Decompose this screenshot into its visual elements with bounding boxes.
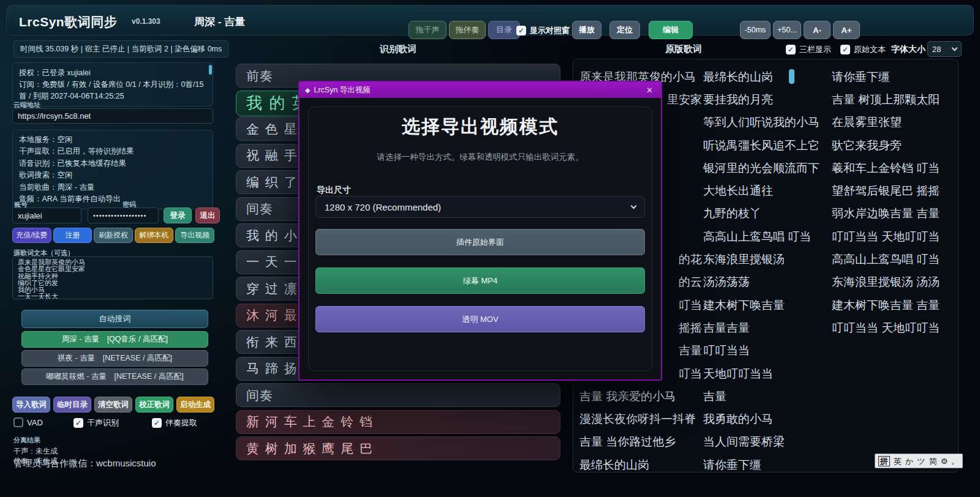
drag-dry-vocal-button[interactable]: 拖干声 bbox=[409, 21, 447, 39]
service-status-line: 音频：ARA 当前事件自动导出 bbox=[19, 193, 206, 205]
source-lyrics-scrollbar[interactable] bbox=[209, 65, 212, 75]
header-bar: LrcSyn歌词同步 v0.1.303 周深 - 吉量 拖干声 拖伴奏 目录 ✓… bbox=[6, 5, 974, 36]
correct-lyrics-button[interactable]: 校正歌词 bbox=[135, 397, 173, 413]
source-lyrics-textarea[interactable]: 原来是我那英俊的小马 金色星星在它眼里安家 祝融手持火种 编织了它的发 我的小马… bbox=[12, 256, 213, 299]
ime-item[interactable]: ⚙ bbox=[941, 457, 948, 465]
play-button[interactable]: 播放 bbox=[572, 21, 601, 39]
checkbox-checked-icon[interactable]: ✓ bbox=[840, 45, 850, 54]
plus-50ms-button[interactable]: +50... bbox=[773, 21, 801, 39]
original-col3-text: 东海浪里搅银汤 汤汤 bbox=[832, 274, 958, 290]
original-col2-text: 吉量吉量 bbox=[703, 320, 832, 336]
ime-item[interactable]: 英 bbox=[894, 457, 902, 465]
raw-text-checkbox[interactable]: ✓ 原始文本 bbox=[840, 44, 886, 55]
compare-window-label: 显示对照窗 bbox=[530, 25, 570, 36]
font-size-value: 28 bbox=[932, 45, 941, 54]
modal-titlebar[interactable]: ◆ LrcSyn 导出视频 ✕ bbox=[300, 82, 661, 98]
import-lyrics-button[interactable]: 导入歌词 bbox=[12, 397, 50, 413]
unbind-device-button[interactable]: 解绑本机 bbox=[135, 228, 174, 243]
recognized-lyric-row[interactable]: 间奏 bbox=[236, 383, 560, 407]
ime-item[interactable]: か bbox=[905, 457, 913, 465]
service-status-line: 本地服务：空闲 bbox=[19, 134, 206, 146]
font-larger-button[interactable]: A+ bbox=[833, 21, 860, 39]
original-col1-text: 吉量 当你路过他乡 bbox=[573, 434, 703, 450]
original-col3-text: 弱水岸边唤吉量 吉量 bbox=[832, 206, 958, 222]
original-lyrics-title: 原版歌词 bbox=[665, 43, 702, 55]
original-col2-text: 吉量 bbox=[703, 389, 832, 405]
clear-lyrics-button[interactable]: 清空歌词 bbox=[94, 397, 132, 413]
drag-accompaniment-button[interactable]: 拖伴奏 bbox=[449, 21, 486, 39]
checkbox-unchecked-icon[interactable] bbox=[13, 417, 23, 427]
subscription-line: 订阅：免费版 / 有效 / 设备席位 0/1 / 本月识别：0首/15首 / 到… bbox=[19, 79, 206, 102]
original-col2-text: 汤汤荡荡 bbox=[703, 274, 832, 290]
app-window: LrcSyn歌词同步 v0.1.303 周深 - 吉量 拖干声 拖伴奏 目录 ✓… bbox=[0, 0, 980, 497]
ime-item[interactable]: 拼 bbox=[878, 456, 890, 466]
checkbox-checked-icon[interactable]: ✓ bbox=[786, 45, 796, 54]
export-video-button[interactable]: 导出视频 bbox=[175, 228, 214, 243]
temp-directory-button[interactable]: 临时目录 bbox=[53, 397, 91, 413]
export-video-modal: ◆ LrcSyn 导出视频 ✕ 选择导出视频模式 请选择一种导出方式。绿幕和透明… bbox=[298, 81, 662, 381]
transparent-mov-button[interactable]: 透明 MOV bbox=[315, 306, 645, 332]
lrcsyn-app-icon: ◆ bbox=[305, 86, 310, 94]
ime-item[interactable]: 简 bbox=[929, 457, 937, 465]
dry-vocal-recognition-checkbox[interactable]: ✓ 干声识别 bbox=[74, 417, 119, 428]
original-col3-text: 请你垂下缰 bbox=[832, 69, 958, 85]
service-status-line: 歌词搜索：空闲 bbox=[19, 170, 206, 181]
minus-50ms-button[interactable]: -50ms bbox=[740, 21, 771, 39]
original-col3-text: 望舒驾后银尾巴 摇摇 bbox=[832, 183, 958, 199]
original-col2-text: 九野的枝丫 bbox=[703, 206, 832, 222]
recognized-lyric-row[interactable]: 新 河 车 上 金 铃 铛 bbox=[236, 410, 560, 434]
ime-item[interactable]: ツ bbox=[917, 457, 925, 465]
original-col2-text: 天地叮叮当当 bbox=[703, 366, 832, 382]
auto-search-button[interactable]: 自动搜词 bbox=[21, 310, 208, 328]
recognized-panel-scrollbar[interactable] bbox=[789, 69, 794, 84]
vad-checkbox[interactable]: VAD bbox=[13, 417, 43, 427]
original-col2-text: 叮叮当当 bbox=[703, 343, 832, 359]
search-result-item[interactable]: 周深 - 吉量 [QQ音乐 / 高匹配] bbox=[21, 331, 208, 348]
account-input[interactable]: xujialei bbox=[12, 207, 81, 223]
refresh-auth-button[interactable]: 刷新授权 bbox=[94, 228, 133, 243]
search-results-list: 周深 - 吉量 [QQ音乐 / 高匹配]祺夜 - 吉量 [NETEASE / 高… bbox=[21, 331, 208, 387]
cloud-address-input[interactable]: https://lrcsyn.5c8.net bbox=[12, 108, 213, 124]
compare-window-checkbox[interactable]: ✓ 显示对照窗 bbox=[516, 25, 570, 36]
locate-button[interactable]: 定位 bbox=[609, 21, 640, 39]
original-lyric-row[interactable]: 吉量 当你路过他乡当人间需要桥梁 bbox=[573, 431, 958, 454]
dry-vocal-recognition-label: 干声识别 bbox=[87, 417, 119, 428]
original-lyric-row[interactable]: 漫漫长夜你呀抖一抖脊我勇敢的小马 bbox=[573, 408, 958, 430]
original-col2-text: 听说禺彊长风追不上它 bbox=[703, 138, 832, 154]
original-col2-text: 等到人们听说我的小马 bbox=[703, 114, 832, 130]
password-input[interactable]: •••••••••••••••••• bbox=[88, 207, 159, 223]
original-col3-text: 在晨雾里张望 bbox=[832, 114, 958, 130]
logout-button[interactable]: 退出 bbox=[195, 207, 220, 223]
close-icon[interactable]: ✕ bbox=[644, 86, 655, 95]
recharge-button[interactable]: 充值/续费 bbox=[12, 228, 51, 243]
ime-item[interactable]: 。 bbox=[951, 457, 959, 465]
toc-button[interactable]: 目录 bbox=[488, 21, 520, 39]
original-col3-text: 叮叮当当 天地叮叮当 bbox=[832, 320, 958, 336]
checkbox-checked-icon[interactable]: ✓ bbox=[152, 418, 162, 428]
ime-toolbar[interactable]: 拼英かツ简⚙。 bbox=[875, 454, 963, 468]
checkbox-checked-icon[interactable]: ✓ bbox=[516, 26, 526, 36]
original-col2-text: 高高山上鸾鸟唱 叮当 bbox=[703, 229, 832, 245]
green-screen-mp4-button[interactable]: 绿幕 MP4 bbox=[315, 267, 645, 294]
accompaniment-extract-checkbox[interactable]: ✓ 伴奏提取 bbox=[152, 417, 197, 428]
font-smaller-button[interactable]: A- bbox=[804, 21, 831, 39]
service-status-line: 当前歌曲：周深 - 吉量 bbox=[19, 182, 206, 193]
search-result-item[interactable]: 嘟嘟莫筱燃 - 吉量 [NETEASE / 高匹配] bbox=[21, 368, 208, 385]
service-status-line: 干声提取：已启用，等待识别结果 bbox=[19, 146, 206, 157]
register-button[interactable]: 注册 bbox=[53, 228, 92, 243]
export-size-select[interactable]: 1280 x 720 (Recommended) bbox=[315, 196, 645, 218]
search-result-item[interactable]: 祺夜 - 吉量 [NETEASE / 高匹配] bbox=[21, 350, 208, 367]
start-generate-button[interactable]: 启动生成 bbox=[176, 397, 214, 413]
edit-button[interactable]: 编辑 bbox=[649, 21, 693, 39]
account-actions-row: 充值/续费 注册 刷新授权 解绑本机 导出视频 bbox=[12, 228, 214, 243]
original-col3-text: 羲和车上金铃铛 叮当 bbox=[832, 160, 958, 176]
login-button[interactable]: 登录 bbox=[164, 207, 192, 223]
plugin-ui-export-button[interactable]: 插件原始界面 bbox=[315, 229, 645, 255]
three-column-checkbox[interactable]: ✓ 三栏显示 bbox=[786, 44, 831, 55]
checkbox-checked-icon[interactable]: ✓ bbox=[74, 418, 83, 428]
accompaniment-extract-label: 伴奏提取 bbox=[165, 417, 197, 428]
modal-title: LrcSyn 导出视频 bbox=[314, 85, 370, 95]
original-lyric-row[interactable]: 吉量 我亲爱的小马吉量 bbox=[573, 385, 958, 408]
font-size-select[interactable]: 28 bbox=[927, 41, 962, 57]
recognized-lyric-row[interactable]: 黄 树 加 猴 鹰 尾 巴 bbox=[236, 436, 560, 460]
